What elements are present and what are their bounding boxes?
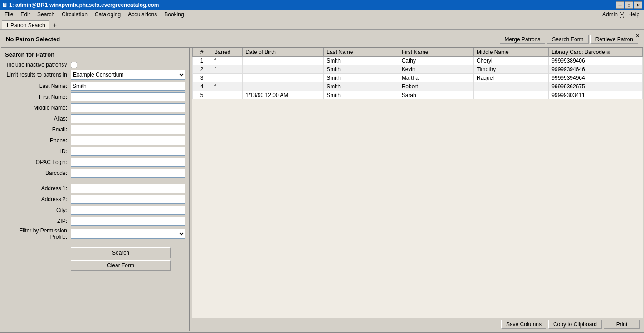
cell-barred: f bbox=[211, 74, 243, 82]
id-label: ID: bbox=[5, 148, 71, 154]
save-columns-button[interactable]: Save Columns bbox=[501, 320, 546, 329]
middle-name-label: Middle Name: bbox=[5, 105, 71, 111]
maximize-button[interactable]: □ bbox=[625, 1, 633, 9]
cell-barred: f bbox=[211, 91, 243, 100]
barcode-input[interactable] bbox=[71, 169, 185, 178]
cell-last-name: Smith bbox=[324, 65, 399, 74]
menu-edit[interactable]: Edit bbox=[17, 10, 34, 19]
cell-last-name: Smith bbox=[324, 82, 399, 91]
col-header-barcode[interactable]: Library Card: Barcode ⊞ bbox=[549, 48, 643, 57]
city-input[interactable] bbox=[71, 206, 185, 215]
menu-circulation[interactable]: Circulation bbox=[58, 10, 91, 19]
menu-help[interactable]: Help bbox=[628, 11, 639, 18]
menu-cataloging[interactable]: Cataloging bbox=[91, 10, 124, 19]
phone-input[interactable] bbox=[71, 136, 185, 145]
col-header-dob[interactable]: Date of Birth bbox=[243, 48, 324, 57]
print-button[interactable]: Print bbox=[604, 320, 640, 329]
address1-input[interactable] bbox=[71, 184, 185, 193]
limit-results-row: Limit results to patrons in Example Cons… bbox=[5, 70, 185, 80]
phone-row: Phone: bbox=[5, 136, 185, 145]
cell-barred: f bbox=[211, 82, 243, 91]
address2-row: Address 2: bbox=[5, 195, 185, 204]
tab-bar: 1 Patron Search + bbox=[0, 19, 644, 30]
cell-dob bbox=[243, 74, 324, 82]
table-row[interactable]: 2 f Smith Kevin Timothy 99999394646 bbox=[193, 65, 643, 74]
id-input[interactable] bbox=[71, 147, 185, 156]
search-form-button[interactable]: Search Form bbox=[547, 35, 588, 44]
address1-label: Address 1: bbox=[5, 185, 71, 192]
city-label: City: bbox=[5, 207, 71, 213]
new-tab-button[interactable]: + bbox=[50, 20, 59, 29]
cell-barcode: 99999389406 bbox=[549, 57, 643, 65]
tab-patron-search[interactable]: 1 Patron Search bbox=[2, 20, 49, 29]
close-window-button[interactable]: ✕ bbox=[634, 1, 642, 9]
table-row[interactable]: 3 f Smith Martha Raquel 99999394964 bbox=[193, 74, 643, 82]
cell-last-name: Smith bbox=[324, 91, 399, 100]
barcode-row: Barcode: bbox=[5, 169, 185, 178]
include-inactive-label: Include inactive patrons? bbox=[5, 62, 71, 68]
cell-barcode: 99999394964 bbox=[549, 74, 643, 82]
first-name-input[interactable] bbox=[71, 92, 185, 101]
address2-input[interactable] bbox=[71, 195, 185, 204]
col-header-barred[interactable]: Barred bbox=[211, 48, 243, 57]
id-row: ID: bbox=[5, 147, 185, 156]
copy-to-clipboard-button[interactable]: Copy to Clipboard bbox=[548, 320, 602, 329]
col-header-last-name[interactable]: Last Name bbox=[324, 48, 399, 57]
last-name-row: Last Name: bbox=[5, 82, 185, 91]
last-name-input[interactable] bbox=[71, 82, 185, 91]
email-row: Email: bbox=[5, 125, 185, 134]
table-header-row: # Barred Date of Birth Last Name First N… bbox=[193, 48, 643, 57]
menu-admin[interactable]: Admin (-) bbox=[602, 11, 624, 18]
menu-bar: File Edit Search Circulation Cataloging … bbox=[0, 10, 644, 19]
address1-row: Address 1: bbox=[5, 184, 185, 193]
menu-search[interactable]: Search bbox=[34, 10, 58, 19]
email-input[interactable] bbox=[71, 125, 185, 134]
results-table: # Barred Date of Birth Last Name First N… bbox=[192, 48, 643, 99]
filter-profile-select[interactable] bbox=[71, 229, 185, 239]
limit-results-select[interactable]: Example Consortium Branch 1 Branch 2 bbox=[71, 70, 185, 80]
alias-label: Alias: bbox=[5, 116, 71, 122]
cell-barred: f bbox=[211, 65, 243, 74]
search-button[interactable]: Search bbox=[71, 247, 171, 258]
cell-middle-name: Cheryl bbox=[473, 57, 548, 65]
cell-barcode: 99999394646 bbox=[549, 65, 643, 74]
patron-bar-buttons: Merge Patrons Search Form Retrieve Patro… bbox=[500, 35, 638, 44]
middle-name-input[interactable] bbox=[71, 103, 185, 112]
menu-acquisitions[interactable]: Acquisitions bbox=[124, 10, 161, 19]
table-row[interactable]: 4 f Smith Robert 99999362675 bbox=[193, 82, 643, 91]
middle-name-row: Middle Name: bbox=[5, 103, 185, 112]
title-bar-text: 1: admin@BR1-winxpvmfx.phasefx.evergreen… bbox=[9, 2, 159, 8]
results-panel: # Barred Date of Birth Last Name First N… bbox=[192, 48, 643, 331]
cell-num: 1 bbox=[193, 57, 211, 65]
first-name-row: First Name: bbox=[5, 92, 185, 101]
filter-profile-row: Filter by Permission Profile: bbox=[5, 227, 185, 240]
cell-num: 3 bbox=[193, 74, 211, 82]
merge-patrons-button[interactable]: Merge Patrons bbox=[500, 35, 546, 44]
menu-booking[interactable]: Booking bbox=[161, 10, 187, 19]
opac-login-input[interactable] bbox=[71, 158, 185, 167]
title-bar-left: 🖥 1: admin@BR1-winxpvmfx.phasefx.evergre… bbox=[2, 2, 159, 8]
minimize-button[interactable]: ─ bbox=[616, 1, 624, 9]
col-header-first-name[interactable]: First Name bbox=[399, 48, 473, 57]
barcode-label: Barcode: bbox=[5, 170, 71, 176]
col-header-middle-name[interactable]: Middle Name bbox=[473, 48, 548, 57]
include-inactive-checkbox[interactable] bbox=[71, 62, 77, 68]
content-close-button[interactable]: ✕ bbox=[635, 33, 640, 39]
zip-input[interactable] bbox=[71, 217, 185, 226]
cell-first-name: Sarah bbox=[399, 91, 473, 100]
alias-row: Alias: bbox=[5, 114, 185, 123]
col-header-num[interactable]: # bbox=[193, 48, 211, 57]
main-content: ✕ No Patron Selected Merge Patrons Searc… bbox=[1, 31, 643, 331]
alias-input[interactable] bbox=[71, 114, 185, 123]
cell-dob bbox=[243, 57, 324, 65]
cell-num: 5 bbox=[193, 91, 211, 100]
retrieve-patron-button[interactable]: Retrieve Patron bbox=[590, 35, 638, 44]
table-row[interactable]: 1 f Smith Cathy Cheryl 99999389406 bbox=[193, 57, 643, 65]
expand-columns-icon[interactable]: ⊞ bbox=[606, 50, 610, 55]
title-bar-controls: ─ □ ✕ bbox=[616, 1, 642, 9]
clear-form-button[interactable]: Clear Form bbox=[71, 260, 171, 271]
title-bar-icon: 🖥 bbox=[2, 2, 7, 8]
menu-file[interactable]: File bbox=[1, 10, 17, 19]
table-row[interactable]: 5 f 1/13/90 12:00 AM Smith Sarah 9999930… bbox=[193, 91, 643, 100]
results-bottom-bar: Save Columns Copy to Clipboard Print bbox=[192, 318, 643, 331]
